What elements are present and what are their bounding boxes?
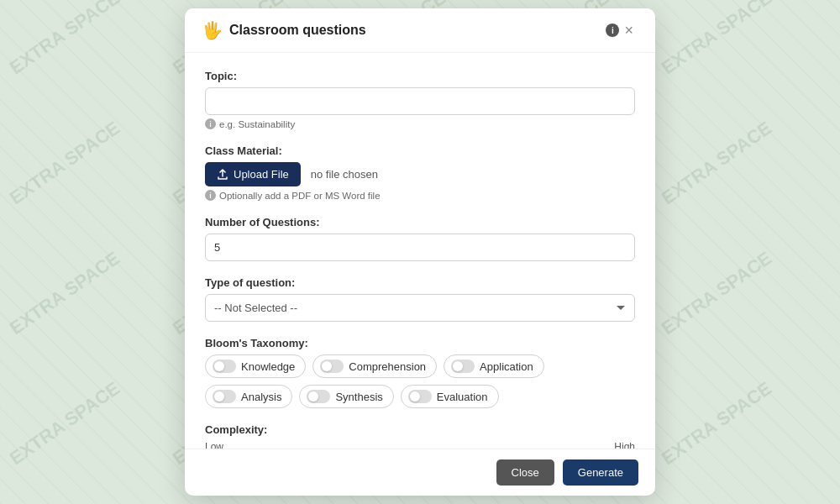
complexity-range-row: Low High — [205, 441, 635, 449]
class-material-hint: i Optionally add a PDF or MS Word file — [205, 190, 635, 201]
chip-evaluation[interactable]: Evaluation — [401, 385, 499, 408]
num-questions-group: Number of Questions: — [205, 216, 635, 261]
close-icon-button[interactable]: × — [619, 21, 638, 39]
topic-label: Topic: — [205, 70, 635, 82]
upload-row: Upload File no file chosen — [205, 162, 635, 186]
chip-analysis[interactable]: Analysis — [205, 385, 292, 408]
upload-button-label: Upload File — [234, 168, 289, 181]
classroom-questions-modal: 🖐️ Classroom questions i × Topic: i e.g.… — [185, 8, 655, 496]
generate-button[interactable]: Generate — [563, 459, 638, 486]
topic-hint: i e.g. Sustainability — [205, 118, 635, 129]
modal-overlay: 🖐️ Classroom questions i × Topic: i e.g.… — [0, 0, 840, 504]
chip-knowledge-label: Knowledge — [241, 360, 295, 373]
chip-comprehension-toggle — [320, 360, 344, 373]
upload-icon — [217, 169, 228, 181]
topic-group: Topic: i e.g. Sustainability — [205, 70, 635, 129]
class-material-group: Class Material: Upload File no file chos… — [205, 144, 635, 201]
chip-analysis-toggle — [213, 390, 236, 403]
num-questions-label: Number of Questions: — [205, 216, 635, 228]
complexity-high-label: High — [614, 441, 635, 449]
chip-knowledge[interactable]: Knowledge — [205, 354, 306, 378]
chip-application-toggle — [451, 360, 475, 373]
chip-synthesis[interactable]: Synthesis — [299, 385, 393, 408]
chip-evaluation-label: Evaluation — [437, 391, 488, 403]
blooms-taxonomy-label: Bloom's Taxonomy: — [205, 337, 635, 349]
complexity-label: Complexity: — [205, 423, 635, 436]
chip-analysis-label: Analysis — [241, 391, 281, 403]
question-type-group: Type of question: -- Not Selected -- Mul… — [205, 276, 635, 322]
complexity-low-label: Low — [205, 441, 223, 449]
class-material-label: Class Material: — [205, 144, 635, 157]
topic-input[interactable] — [205, 87, 635, 115]
chip-application[interactable]: Application — [444, 354, 544, 378]
chip-synthesis-label: Synthesis — [335, 391, 382, 403]
modal-title: Classroom questions — [229, 23, 601, 38]
info-icon[interactable]: i — [606, 24, 619, 37]
no-file-text: no file chosen — [311, 168, 378, 181]
question-type-select[interactable]: -- Not Selected -- Multiple Choice True/… — [205, 294, 635, 322]
close-button[interactable]: Close — [496, 459, 554, 486]
topic-hint-text: e.g. Sustainability — [219, 119, 295, 129]
chip-synthesis-toggle — [307, 390, 330, 403]
class-material-hint-text: Optionally add a PDF or MS Word file — [219, 191, 381, 201]
class-material-hint-icon: i — [205, 190, 216, 201]
chip-evaluation-toggle — [408, 390, 432, 403]
num-questions-input[interactable] — [205, 234, 635, 261]
chip-application-label: Application — [480, 360, 533, 373]
complexity-section: Complexity: Low High — [205, 423, 635, 449]
chip-knowledge-toggle — [213, 360, 236, 373]
blooms-taxonomy-group: Bloom's Taxonomy: Knowledge Comprehensio… — [205, 337, 635, 408]
taxonomy-chips-container: Knowledge Comprehension Application Anal… — [205, 354, 635, 408]
chip-comprehension[interactable]: Comprehension — [312, 354, 437, 378]
question-type-label: Type of question: — [205, 276, 635, 289]
hint-icon: i — [205, 118, 216, 129]
modal-header: 🖐️ Classroom questions i × — [185, 8, 655, 53]
modal-footer: Close Generate — [185, 449, 655, 496]
modal-header-icon: 🖐️ — [202, 20, 223, 40]
upload-file-button[interactable]: Upload File — [205, 162, 301, 186]
modal-body: Topic: i e.g. Sustainability Class Mater… — [185, 53, 655, 449]
chip-comprehension-label: Comprehension — [349, 360, 426, 373]
